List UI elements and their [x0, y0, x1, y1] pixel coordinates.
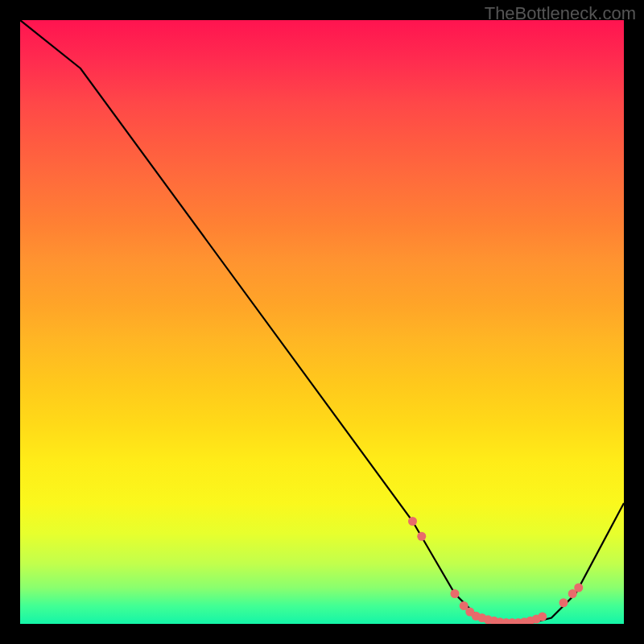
chart-plot-area — [20, 20, 624, 624]
chart-marker — [574, 584, 583, 592]
chart-marker — [417, 532, 426, 541]
chart-overlay — [20, 20, 624, 624]
watermark-text: TheBottleneck.com — [485, 3, 636, 24]
chart-line — [20, 20, 624, 624]
chart-markers — [408, 517, 583, 624]
chart-marker — [408, 517, 417, 526]
chart-marker — [451, 589, 460, 598]
chart-marker — [559, 598, 568, 607]
chart-marker — [538, 613, 547, 621]
